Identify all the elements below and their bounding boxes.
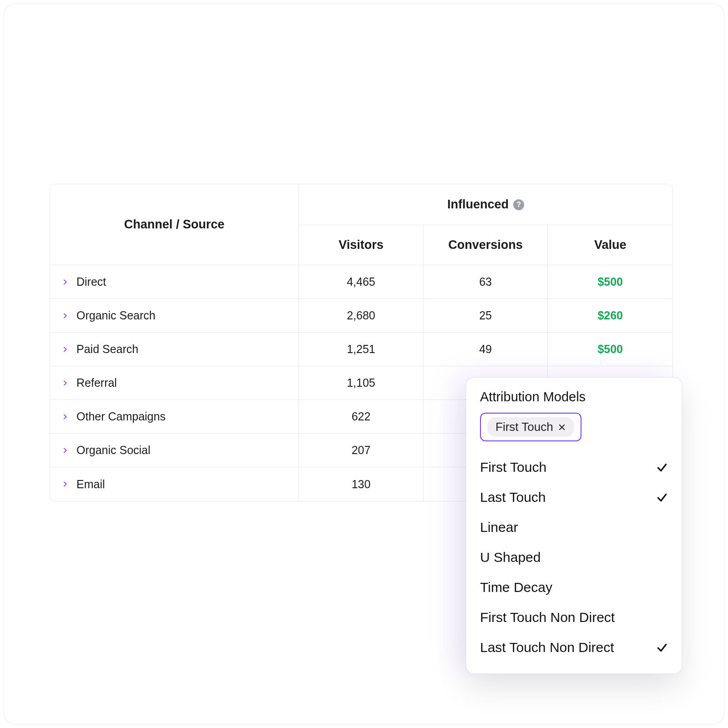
conversions-cell: 63 bbox=[424, 265, 548, 299]
column-group-influenced-label: Influenced bbox=[447, 197, 509, 212]
visitors-cell: 1,105 bbox=[299, 366, 424, 400]
table-row: Paid Search1,25149$500 bbox=[50, 333, 672, 366]
visitors-cell: 1,251 bbox=[299, 333, 424, 366]
app-frame: Channel / Source Influenced ? Visitors bbox=[4, 4, 724, 724]
channel-cell[interactable]: Organic Social bbox=[50, 434, 299, 467]
chevron-right-icon[interactable] bbox=[60, 311, 70, 321]
attribution-models-popover: Attribution Models First Touch First Tou… bbox=[466, 377, 682, 674]
visitors-cell: 207 bbox=[299, 434, 424, 467]
conversions-cell: 49 bbox=[424, 333, 548, 366]
value-cell: $500 bbox=[548, 265, 672, 299]
channel-label: Referral bbox=[76, 376, 117, 389]
visitors-cell: 622 bbox=[299, 400, 424, 434]
visitors-cell: 130 bbox=[299, 467, 424, 501]
channel-label: Organic Social bbox=[76, 444, 151, 457]
channel-cell[interactable]: Other Campaigns bbox=[50, 400, 299, 434]
channel-cell[interactable]: Organic Search bbox=[50, 299, 299, 333]
attribution-model-option-label: Last Touch Non Direct bbox=[480, 640, 614, 655]
channel-label: Direct bbox=[76, 275, 106, 288]
attribution-model-option[interactable]: First Touch bbox=[480, 452, 668, 482]
value-cell: $500 bbox=[548, 333, 672, 366]
channel-cell[interactable]: Paid Search bbox=[50, 333, 299, 366]
table-row: Organic Search2,68025$260 bbox=[50, 299, 672, 333]
attribution-model-option-label: Last Touch bbox=[480, 490, 546, 505]
column-group-influenced: Influenced ? bbox=[299, 184, 672, 225]
chevron-right-icon[interactable] bbox=[60, 412, 70, 422]
channel-cell[interactable]: Direct bbox=[50, 265, 299, 299]
popover-title: Attribution Models bbox=[480, 389, 668, 404]
chevron-right-icon[interactable] bbox=[60, 378, 70, 388]
conversions-cell: 25 bbox=[424, 299, 548, 333]
check-icon bbox=[656, 642, 668, 653]
attribution-model-option[interactable]: Linear bbox=[480, 512, 668, 542]
channel-cell[interactable]: Email bbox=[50, 467, 299, 501]
attribution-model-option-label: First Touch Non Direct bbox=[480, 610, 615, 625]
column-header-channel: Channel / Source bbox=[50, 184, 299, 265]
remove-chip-icon[interactable] bbox=[558, 423, 566, 431]
value-cell: $260 bbox=[548, 299, 672, 333]
attribution-model-option[interactable]: Last Touch Non Direct bbox=[480, 632, 668, 662]
attribution-model-option[interactable]: U Shaped bbox=[480, 542, 668, 572]
chevron-right-icon[interactable] bbox=[60, 277, 70, 287]
column-header-conversions: Conversions bbox=[424, 225, 548, 265]
selected-model-chip[interactable]: First Touch bbox=[487, 417, 574, 437]
column-header-value: Value bbox=[548, 225, 672, 265]
channel-label: Other Campaigns bbox=[76, 410, 166, 423]
channel-label: Email bbox=[76, 478, 105, 491]
check-icon bbox=[656, 491, 668, 503]
help-icon[interactable]: ? bbox=[513, 199, 524, 210]
attribution-model-option-label: U Shaped bbox=[480, 550, 541, 565]
channel-cell[interactable]: Referral bbox=[50, 366, 299, 400]
selected-models-field[interactable]: First Touch bbox=[480, 413, 581, 441]
attribution-model-options: First TouchLast TouchLinearU ShapedTime … bbox=[480, 452, 668, 662]
attribution-model-option-label: Linear bbox=[480, 520, 518, 535]
column-header-visitors: Visitors bbox=[299, 225, 424, 265]
chevron-right-icon[interactable] bbox=[60, 344, 70, 354]
chevron-right-icon[interactable] bbox=[60, 445, 70, 455]
chevron-right-icon[interactable] bbox=[60, 479, 70, 489]
attribution-model-option[interactable]: First Touch Non Direct bbox=[480, 602, 668, 632]
channel-label: Paid Search bbox=[76, 343, 138, 356]
attribution-model-option[interactable]: Time Decay bbox=[480, 572, 668, 602]
visitors-cell: 2,680 bbox=[299, 299, 424, 333]
check-icon bbox=[656, 461, 668, 473]
column-header-channel-label: Channel / Source bbox=[124, 217, 225, 231]
visitors-cell: 4,465 bbox=[299, 265, 424, 299]
attribution-model-option-label: Time Decay bbox=[480, 580, 552, 595]
channel-label: Organic Search bbox=[76, 309, 156, 322]
attribution-model-option-label: First Touch bbox=[480, 460, 546, 475]
attribution-model-option[interactable]: Last Touch bbox=[480, 482, 668, 512]
table-row: Direct4,46563$500 bbox=[50, 265, 672, 299]
selected-model-chip-label: First Touch bbox=[495, 420, 553, 434]
